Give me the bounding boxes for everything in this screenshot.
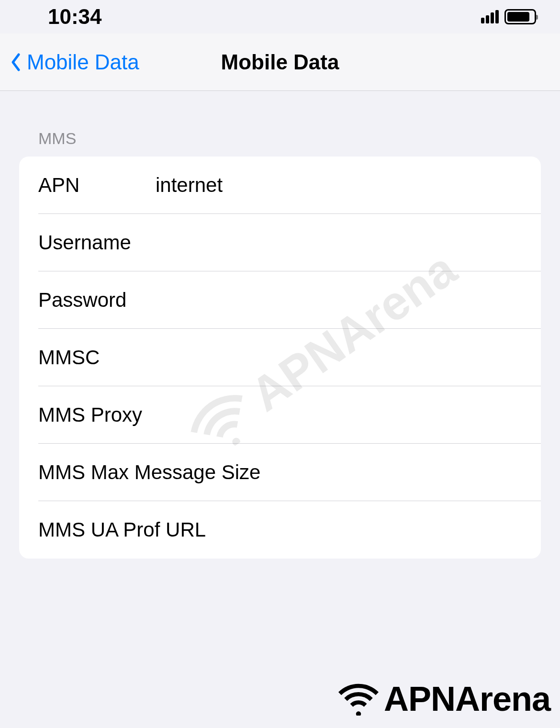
- mms-proxy-label: MMS Proxy: [38, 403, 142, 426]
- settings-group: APN Username Password MMSC MMS Proxy MMS…: [19, 157, 541, 559]
- apn-label: APN: [38, 174, 156, 197]
- password-input[interactable]: [156, 289, 522, 312]
- username-row[interactable]: Username: [19, 214, 541, 271]
- apn-input[interactable]: [156, 174, 522, 197]
- username-input[interactable]: [156, 231, 522, 254]
- mms-max-message-size-label: MMS Max Message Size: [38, 461, 260, 484]
- mmsc-input[interactable]: [156, 346, 522, 369]
- status-time: 10:34: [48, 5, 102, 29]
- watermark-bottom: APNArena: [337, 679, 550, 718]
- password-label: Password: [38, 289, 156, 312]
- mms-ua-prof-url-label: MMS UA Prof URL: [38, 518, 206, 541]
- back-label: Mobile Data: [27, 50, 139, 74]
- watermark-text: APNArena: [384, 679, 550, 718]
- mms-ua-prof-url-row[interactable]: MMS UA Prof URL: [19, 501, 541, 559]
- password-row[interactable]: Password: [19, 271, 541, 329]
- chevron-left-icon: [10, 52, 22, 73]
- navigation-bar: Mobile Data Mobile Data: [0, 34, 560, 91]
- back-button[interactable]: Mobile Data: [0, 50, 139, 74]
- mms-proxy-row[interactable]: MMS Proxy: [19, 386, 541, 444]
- mmsc-label: MMSC: [38, 346, 156, 369]
- mms-ua-prof-url-input[interactable]: [206, 518, 522, 541]
- status-bar: 10:34: [0, 0, 560, 34]
- apn-row[interactable]: APN: [19, 157, 541, 214]
- cellular-signal-icon: [481, 10, 499, 23]
- battery-icon: [504, 9, 536, 24]
- wifi-icon: [337, 682, 380, 716]
- page-title: Mobile Data: [221, 50, 339, 74]
- status-icons: [481, 9, 536, 24]
- mms-proxy-input[interactable]: [142, 403, 522, 426]
- content: MMS APN Username Password MMSC MMS Proxy…: [0, 91, 560, 559]
- section-header: MMS: [19, 129, 541, 157]
- mmsc-row[interactable]: MMSC: [19, 329, 541, 386]
- mms-max-message-size-row[interactable]: MMS Max Message Size: [19, 444, 541, 501]
- mms-max-message-size-input[interactable]: [260, 461, 522, 484]
- username-label: Username: [38, 231, 156, 254]
